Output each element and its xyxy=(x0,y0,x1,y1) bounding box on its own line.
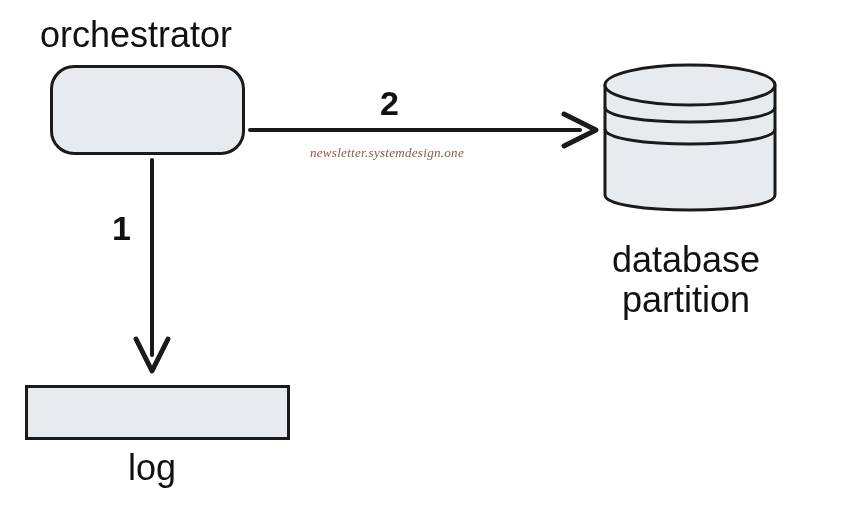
arrow-orch-to-log xyxy=(130,155,190,385)
arrow-1-label: 1 xyxy=(112,210,131,247)
database-node xyxy=(595,55,785,245)
arrow-orch-to-db xyxy=(245,110,605,150)
database-label: databasepartition xyxy=(576,240,796,319)
log-node xyxy=(25,385,290,440)
watermark-text: newsletter.systemdesign.one xyxy=(310,145,464,161)
log-label: log xyxy=(128,448,176,488)
orchestrator-node xyxy=(50,65,245,155)
orchestrator-label: orchestrator xyxy=(40,15,232,55)
svg-point-0 xyxy=(605,65,775,105)
diagram-canvas: orchestrator log databasepartition 1 xyxy=(0,0,844,515)
arrow-2-label: 2 xyxy=(380,85,399,122)
